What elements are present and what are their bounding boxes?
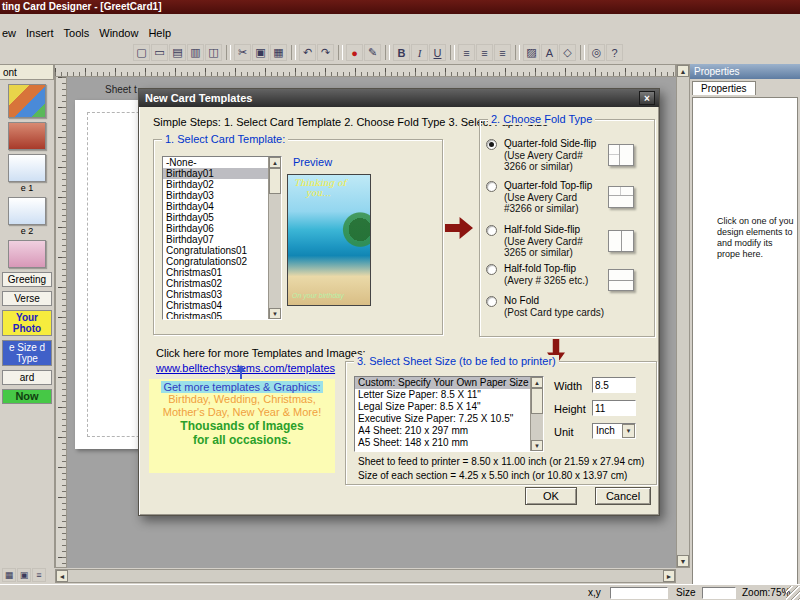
scroll-down-icon[interactable]: ▼ — [269, 308, 281, 319]
radio-quarter-fold-top-flip[interactable]: Quarter-fold Top-flip (Use Avery Card #3… — [486, 180, 650, 214]
separator[interactable] — [515, 45, 520, 60]
resize-grip[interactable] — [786, 586, 800, 600]
sheet-size-item[interactable]: Custom: Specify Your Own Paper Size — [355, 377, 530, 389]
copy-icon[interactable]: ▣ — [252, 44, 269, 61]
scroll-up-icon[interactable]: ▲ — [677, 65, 689, 77]
vertical-scrollbar[interactable]: ▲ ▼ — [676, 64, 690, 568]
snap-icon[interactable]: ▣ — [17, 568, 31, 582]
undo-icon[interactable]: ↶ — [299, 44, 316, 61]
scroll-thumb[interactable] — [269, 168, 281, 194]
verse-button[interactable]: Verse — [2, 291, 52, 306]
new-icon[interactable]: ▢ — [133, 44, 150, 61]
sheet-size-item[interactable]: A4 Sheet: 210 x 297 mm — [355, 425, 530, 437]
sheet-list-scrollbar[interactable]: ▲ ▼ — [530, 377, 543, 451]
ok-button[interactable]: OK — [525, 487, 577, 505]
menu-view[interactable]: ew — [0, 26, 24, 40]
greeting-button[interactable]: Greeting — [2, 272, 52, 287]
cut-icon[interactable]: ✂ — [234, 44, 251, 61]
chevron-down-icon[interactable]: ▼ — [622, 424, 635, 438]
template-list-item[interactable]: Birthday02 — [163, 179, 268, 190]
card-button[interactable]: ard — [2, 370, 52, 385]
layers-icon[interactable]: ≡ — [32, 568, 46, 582]
separator[interactable] — [580, 45, 585, 60]
template-list-item[interactable]: Birthday05 — [163, 212, 268, 223]
height-input[interactable] — [592, 400, 636, 416]
separator[interactable] — [385, 45, 390, 60]
radio-no-fold[interactable]: No Fold (Post Card type cards) — [486, 295, 650, 318]
scroll-up-icon[interactable]: ▲ — [269, 157, 281, 168]
unit-dropdown[interactable]: Inch ▼ — [592, 423, 636, 439]
template-list-item[interactable]: Christmas01 — [163, 267, 268, 278]
card-inside-icon[interactable] — [2, 122, 52, 150]
separator[interactable] — [338, 45, 343, 60]
template-listbox[interactable]: -None-Birthday01Birthday02Birthday03Birt… — [162, 156, 282, 320]
menu-help[interactable]: Help — [146, 26, 179, 40]
template-list-item[interactable]: Christmas03 — [163, 289, 268, 300]
menu-tools[interactable]: Tools — [62, 26, 98, 40]
card-back-icon[interactable] — [2, 240, 52, 268]
scroll-right-icon[interactable]: ► — [663, 570, 675, 582]
template-list-item[interactable]: Birthday04 — [163, 201, 268, 212]
help-icon[interactable]: ? — [606, 44, 623, 61]
menu-insert[interactable]: Insert — [24, 26, 62, 40]
font-color-icon[interactable]: ● — [346, 44, 363, 61]
sidebar-tab-front[interactable]: ont — [0, 64, 54, 80]
cancel-button[interactable]: Cancel — [595, 487, 651, 505]
scroll-left-icon[interactable]: ◄ — [56, 570, 68, 582]
sheet-size-item[interactable]: A5 Sheet: 148 x 210 mm — [355, 437, 530, 449]
align-right-icon[interactable]: ≡ — [494, 44, 511, 61]
save-icon[interactable]: ▤ — [169, 44, 186, 61]
radio-half-fold-side-flip[interactable]: Half-fold Side-flip (Use Avery Card# 326… — [486, 224, 650, 258]
radio-icon[interactable] — [486, 296, 497, 307]
italic-icon[interactable]: I — [411, 44, 428, 61]
align-left-icon[interactable]: ≡ — [458, 44, 475, 61]
template-list-scrollbar[interactable]: ▲ ▼ — [268, 157, 281, 319]
sheet-size-listbox[interactable]: Custom: Specify Your Own Paper SizeLette… — [354, 376, 544, 452]
scroll-thumb[interactable] — [531, 388, 543, 414]
template-list-item[interactable]: Birthday07 — [163, 234, 268, 245]
scroll-down-icon[interactable]: ▼ — [677, 555, 689, 567]
align-center-icon[interactable]: ≡ — [476, 44, 493, 61]
card-front-icon[interactable] — [2, 84, 52, 118]
horizontal-scrollbar[interactable]: ◄ ► — [55, 569, 676, 583]
template-list-item[interactable]: Congratulations01 — [163, 245, 268, 256]
bold-icon[interactable]: B — [393, 44, 410, 61]
template-list-item[interactable]: Christmas04 — [163, 300, 268, 311]
dialog-titlebar[interactable]: New Card Templates × — [139, 89, 659, 107]
sheet-size-item[interactable]: Legal Size Paper: 8.5 X 14" — [355, 401, 530, 413]
template-list-item[interactable]: Christmas05 — [163, 311, 268, 319]
close-icon[interactable]: × — [639, 91, 655, 105]
template-list-item[interactable]: -None- — [163, 157, 268, 168]
your-photo-button[interactable]: Your Photo — [2, 310, 52, 336]
paste-icon[interactable]: ▦ — [270, 44, 287, 61]
open-icon[interactable]: ▭ — [151, 44, 168, 61]
scroll-up-icon[interactable]: ▲ — [531, 377, 543, 388]
template-list-item[interactable]: Birthday03 — [163, 190, 268, 201]
grid-icon[interactable]: ▦ — [2, 568, 16, 582]
page1-button[interactable]: e 1 — [2, 154, 52, 193]
radio-icon[interactable] — [486, 225, 497, 236]
print-icon[interactable]: ▥ — [187, 44, 204, 61]
radio-icon[interactable] — [486, 181, 497, 192]
template-list-item[interactable]: Birthday06 — [163, 223, 268, 234]
size-type-button[interactable]: e Size d Type — [2, 340, 52, 366]
separator[interactable] — [291, 45, 296, 60]
width-input[interactable] — [592, 377, 636, 393]
scroll-down-icon[interactable]: ▼ — [531, 440, 543, 451]
separator[interactable] — [226, 45, 231, 60]
insert-text-icon[interactable]: A — [541, 44, 558, 61]
radio-quarter-fold-side-flip[interactable]: Quarter-fold Side-flip (Use Avery Card# … — [486, 138, 650, 172]
page2-button[interactable]: e 2 — [2, 197, 52, 236]
menu-window[interactable]: Window — [97, 26, 146, 40]
tab-properties[interactable]: Properties — [692, 81, 756, 95]
brush-icon[interactable]: ✎ — [364, 44, 381, 61]
template-list-item[interactable]: Christmas02 — [163, 278, 268, 289]
radio-icon[interactable] — [486, 139, 497, 150]
insert-image-icon[interactable]: ▨ — [523, 44, 540, 61]
template-list-item[interactable]: Birthday01 — [163, 168, 268, 179]
radio-half-fold-top-flip[interactable]: Half-fold Top-flip (Avery # 3265 etc.) — [486, 263, 650, 286]
sheet-size-item[interactable]: Letter Size Paper: 8.5 X 11" — [355, 389, 530, 401]
sheet-size-item[interactable]: Executive Size Paper: 7.25 X 10.5" — [355, 413, 530, 425]
template-list-item[interactable]: Congratulations02 — [163, 256, 268, 267]
insert-shape-icon[interactable]: ◇ — [559, 44, 576, 61]
